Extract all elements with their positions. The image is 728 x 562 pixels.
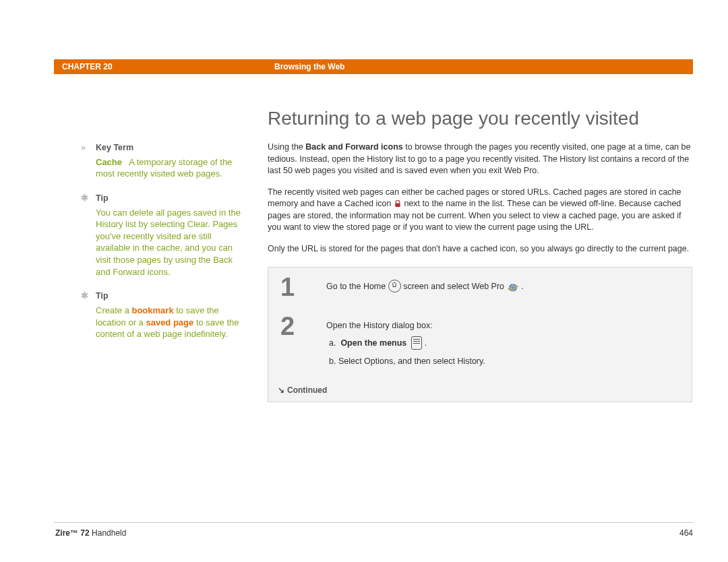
footer: Zire™ 72 Handheld 464 — [55, 528, 693, 538]
saved-page-link[interactable]: saved page — [146, 317, 193, 327]
key-term-word: Cache — [96, 157, 122, 167]
tip-heading-text-1: Tip — [96, 193, 109, 203]
tip-body-2: Create a bookmark to save the location o… — [81, 305, 243, 340]
product-name: Zire™ 72 Handheld — [55, 528, 126, 538]
menu-icon — [411, 336, 422, 350]
main-content: Returning to a web page you recently vis… — [268, 108, 692, 402]
continued-label: Continued — [287, 385, 327, 395]
tip2-prefix: Create a — [96, 305, 131, 315]
continued-row: ↘Continued — [268, 379, 692, 402]
key-term-block: »Key Term Cache A temporary storage of t… — [81, 142, 243, 180]
section-title: Browsing the Web — [274, 59, 344, 74]
paragraph-3: Only the URL is stored for the pages tha… — [268, 243, 692, 255]
tip-heading-2: ✱Tip — [81, 290, 243, 302]
tip-heading-text-2: Tip — [96, 291, 109, 301]
continued-arrow-icon: ↘ — [278, 385, 284, 395]
paragraph-2: The recently visited web pages can eithe… — [268, 187, 692, 234]
asterisk-icon: ✱ — [81, 192, 92, 204]
step-number-2: 2 — [268, 307, 317, 379]
home-icon — [388, 280, 401, 292]
page-number: 464 — [679, 528, 693, 538]
tip-heading-1: ✱Tip — [81, 192, 243, 204]
svg-rect-0 — [395, 204, 400, 208]
steps-box: 1 Go to the Home screen and select Web P… — [268, 267, 692, 402]
chapter-header: CHAPTER 20 Browsing the Web — [54, 59, 693, 74]
step-body-2: Open the History dialog box: a. Open the… — [317, 307, 692, 379]
key-term-heading: »Key Term — [81, 142, 243, 154]
asterisk-icon: ✱ — [81, 290, 92, 302]
step-row-2: 2 Open the History dialog box: a. Open t… — [268, 307, 692, 379]
step-row-1: 1 Go to the Home screen and select Web P… — [268, 268, 692, 307]
page-title: Returning to a web page you recently vis… — [268, 108, 692, 129]
step2-sub-b: b. Select Options, and then select Histo… — [329, 354, 682, 368]
step-body-1: Go to the Home screen and select Web Pro… — [317, 268, 692, 307]
key-term-heading-text: Key Term — [96, 143, 133, 152]
paragraph-1: Using the Back and Forward icons to brow… — [268, 142, 692, 177]
step2-sub-a: a. Open the menus . — [329, 336, 682, 350]
tip-body-1: You can delete all pages saved in the Hi… — [81, 207, 243, 278]
open-menus-link[interactable]: Open the menus — [340, 338, 406, 348]
step2-intro: Open the History dialog box: — [326, 319, 682, 332]
bookmark-link[interactable]: bookmark — [131, 305, 173, 315]
back-forward-icons-ref: Back and Forward icons — [305, 142, 402, 152]
tip-block-1: ✱Tip You can delete all pages saved in t… — [81, 192, 243, 278]
footer-rule — [54, 522, 693, 523]
step-number-1: 1 — [268, 268, 317, 307]
cached-lock-icon — [394, 200, 402, 208]
tip-block-2: ✱Tip Create a bookmark to save the locat… — [81, 290, 243, 340]
key-term-body: Cache A temporary storage of the most re… — [81, 156, 243, 180]
web-pro-globe-icon — [507, 281, 519, 293]
key-term-icon: » — [81, 142, 92, 154]
sidebar: »Key Term Cache A temporary storage of t… — [81, 142, 243, 352]
chapter-label: CHAPTER 20 — [54, 59, 274, 74]
